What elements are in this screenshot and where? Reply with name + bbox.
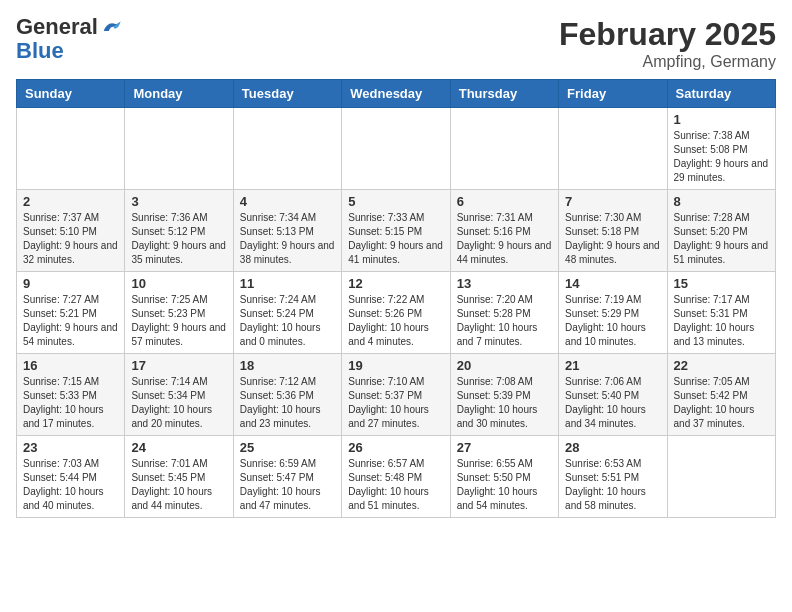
day-info: Sunrise: 7:12 AM Sunset: 5:36 PM Dayligh… xyxy=(240,375,335,431)
calendar-cell: 4Sunrise: 7:34 AM Sunset: 5:13 PM Daylig… xyxy=(233,190,341,272)
logo-general-text: General xyxy=(16,16,98,38)
weekday-header-tuesday: Tuesday xyxy=(233,80,341,108)
calendar-cell xyxy=(342,108,450,190)
day-info: Sunrise: 7:33 AM Sunset: 5:15 PM Dayligh… xyxy=(348,211,443,267)
day-info: Sunrise: 7:36 AM Sunset: 5:12 PM Dayligh… xyxy=(131,211,226,267)
calendar-cell: 5Sunrise: 7:33 AM Sunset: 5:15 PM Daylig… xyxy=(342,190,450,272)
logo-blue-text: Blue xyxy=(16,38,64,64)
calendar-cell: 20Sunrise: 7:08 AM Sunset: 5:39 PM Dayli… xyxy=(450,354,558,436)
day-info: Sunrise: 7:20 AM Sunset: 5:28 PM Dayligh… xyxy=(457,293,552,349)
day-info: Sunrise: 7:24 AM Sunset: 5:24 PM Dayligh… xyxy=(240,293,335,349)
weekday-header-monday: Monday xyxy=(125,80,233,108)
day-number: 3 xyxy=(131,194,226,209)
day-number: 4 xyxy=(240,194,335,209)
day-number: 19 xyxy=(348,358,443,373)
day-number: 28 xyxy=(565,440,660,455)
day-info: Sunrise: 6:59 AM Sunset: 5:47 PM Dayligh… xyxy=(240,457,335,513)
month-year-heading: February 2025 xyxy=(559,16,776,53)
day-info: Sunrise: 7:31 AM Sunset: 5:16 PM Dayligh… xyxy=(457,211,552,267)
day-info: Sunrise: 7:17 AM Sunset: 5:31 PM Dayligh… xyxy=(674,293,769,349)
weekday-header-friday: Friday xyxy=(559,80,667,108)
calendar-cell: 2Sunrise: 7:37 AM Sunset: 5:10 PM Daylig… xyxy=(17,190,125,272)
calendar-header-row: SundayMondayTuesdayWednesdayThursdayFrid… xyxy=(17,80,776,108)
day-info: Sunrise: 7:30 AM Sunset: 5:18 PM Dayligh… xyxy=(565,211,660,267)
day-info: Sunrise: 7:25 AM Sunset: 5:23 PM Dayligh… xyxy=(131,293,226,349)
day-info: Sunrise: 7:22 AM Sunset: 5:26 PM Dayligh… xyxy=(348,293,443,349)
calendar-cell: 22Sunrise: 7:05 AM Sunset: 5:42 PM Dayli… xyxy=(667,354,775,436)
calendar-cell xyxy=(450,108,558,190)
calendar-cell xyxy=(17,108,125,190)
day-number: 13 xyxy=(457,276,552,291)
calendar-cell: 17Sunrise: 7:14 AM Sunset: 5:34 PM Dayli… xyxy=(125,354,233,436)
weekday-header-wednesday: Wednesday xyxy=(342,80,450,108)
day-number: 21 xyxy=(565,358,660,373)
day-info: Sunrise: 6:53 AM Sunset: 5:51 PM Dayligh… xyxy=(565,457,660,513)
day-info: Sunrise: 7:34 AM Sunset: 5:13 PM Dayligh… xyxy=(240,211,335,267)
day-number: 1 xyxy=(674,112,769,127)
day-number: 6 xyxy=(457,194,552,209)
weekday-header-saturday: Saturday xyxy=(667,80,775,108)
calendar-week-row: 9Sunrise: 7:27 AM Sunset: 5:21 PM Daylig… xyxy=(17,272,776,354)
day-number: 10 xyxy=(131,276,226,291)
day-number: 2 xyxy=(23,194,118,209)
day-number: 9 xyxy=(23,276,118,291)
calendar-cell: 7Sunrise: 7:30 AM Sunset: 5:18 PM Daylig… xyxy=(559,190,667,272)
day-info: Sunrise: 6:55 AM Sunset: 5:50 PM Dayligh… xyxy=(457,457,552,513)
day-info: Sunrise: 6:57 AM Sunset: 5:48 PM Dayligh… xyxy=(348,457,443,513)
day-info: Sunrise: 7:19 AM Sunset: 5:29 PM Dayligh… xyxy=(565,293,660,349)
day-number: 15 xyxy=(674,276,769,291)
calendar-cell: 24Sunrise: 7:01 AM Sunset: 5:45 PM Dayli… xyxy=(125,436,233,518)
page-header: General Blue February 2025 Ampfing, Germ… xyxy=(16,16,776,71)
calendar-cell: 13Sunrise: 7:20 AM Sunset: 5:28 PM Dayli… xyxy=(450,272,558,354)
calendar-week-row: 1Sunrise: 7:38 AM Sunset: 5:08 PM Daylig… xyxy=(17,108,776,190)
day-info: Sunrise: 7:06 AM Sunset: 5:40 PM Dayligh… xyxy=(565,375,660,431)
calendar-cell: 10Sunrise: 7:25 AM Sunset: 5:23 PM Dayli… xyxy=(125,272,233,354)
day-info: Sunrise: 7:14 AM Sunset: 5:34 PM Dayligh… xyxy=(131,375,226,431)
month-title: February 2025 Ampfing, Germany xyxy=(559,16,776,71)
day-number: 26 xyxy=(348,440,443,455)
day-info: Sunrise: 7:10 AM Sunset: 5:37 PM Dayligh… xyxy=(348,375,443,431)
day-number: 8 xyxy=(674,194,769,209)
calendar-cell: 9Sunrise: 7:27 AM Sunset: 5:21 PM Daylig… xyxy=(17,272,125,354)
day-number: 18 xyxy=(240,358,335,373)
calendar-cell: 6Sunrise: 7:31 AM Sunset: 5:16 PM Daylig… xyxy=(450,190,558,272)
day-info: Sunrise: 7:08 AM Sunset: 5:39 PM Dayligh… xyxy=(457,375,552,431)
calendar-cell xyxy=(125,108,233,190)
day-number: 20 xyxy=(457,358,552,373)
location-heading: Ampfing, Germany xyxy=(559,53,776,71)
calendar-cell: 12Sunrise: 7:22 AM Sunset: 5:26 PM Dayli… xyxy=(342,272,450,354)
calendar-week-row: 2Sunrise: 7:37 AM Sunset: 5:10 PM Daylig… xyxy=(17,190,776,272)
calendar-week-row: 23Sunrise: 7:03 AM Sunset: 5:44 PM Dayli… xyxy=(17,436,776,518)
day-number: 11 xyxy=(240,276,335,291)
calendar-cell: 18Sunrise: 7:12 AM Sunset: 5:36 PM Dayli… xyxy=(233,354,341,436)
day-number: 16 xyxy=(23,358,118,373)
calendar-cell: 14Sunrise: 7:19 AM Sunset: 5:29 PM Dayli… xyxy=(559,272,667,354)
weekday-header-sunday: Sunday xyxy=(17,80,125,108)
calendar-table: SundayMondayTuesdayWednesdayThursdayFrid… xyxy=(16,79,776,518)
day-info: Sunrise: 7:37 AM Sunset: 5:10 PM Dayligh… xyxy=(23,211,118,267)
calendar-week-row: 16Sunrise: 7:15 AM Sunset: 5:33 PM Dayli… xyxy=(17,354,776,436)
day-info: Sunrise: 7:15 AM Sunset: 5:33 PM Dayligh… xyxy=(23,375,118,431)
calendar-cell: 27Sunrise: 6:55 AM Sunset: 5:50 PM Dayli… xyxy=(450,436,558,518)
calendar-cell: 23Sunrise: 7:03 AM Sunset: 5:44 PM Dayli… xyxy=(17,436,125,518)
calendar-cell: 15Sunrise: 7:17 AM Sunset: 5:31 PM Dayli… xyxy=(667,272,775,354)
logo: General Blue xyxy=(16,16,122,64)
calendar-cell: 28Sunrise: 6:53 AM Sunset: 5:51 PM Dayli… xyxy=(559,436,667,518)
day-number: 14 xyxy=(565,276,660,291)
calendar-cell: 26Sunrise: 6:57 AM Sunset: 5:48 PM Dayli… xyxy=(342,436,450,518)
calendar-cell xyxy=(233,108,341,190)
day-number: 7 xyxy=(565,194,660,209)
calendar-cell: 21Sunrise: 7:06 AM Sunset: 5:40 PM Dayli… xyxy=(559,354,667,436)
day-number: 23 xyxy=(23,440,118,455)
day-number: 27 xyxy=(457,440,552,455)
calendar-cell: 19Sunrise: 7:10 AM Sunset: 5:37 PM Dayli… xyxy=(342,354,450,436)
day-number: 24 xyxy=(131,440,226,455)
day-number: 22 xyxy=(674,358,769,373)
day-info: Sunrise: 7:01 AM Sunset: 5:45 PM Dayligh… xyxy=(131,457,226,513)
logo-bird-icon xyxy=(100,16,122,38)
calendar-cell: 16Sunrise: 7:15 AM Sunset: 5:33 PM Dayli… xyxy=(17,354,125,436)
day-info: Sunrise: 7:05 AM Sunset: 5:42 PM Dayligh… xyxy=(674,375,769,431)
day-info: Sunrise: 7:03 AM Sunset: 5:44 PM Dayligh… xyxy=(23,457,118,513)
calendar-cell xyxy=(559,108,667,190)
calendar-cell: 1Sunrise: 7:38 AM Sunset: 5:08 PM Daylig… xyxy=(667,108,775,190)
